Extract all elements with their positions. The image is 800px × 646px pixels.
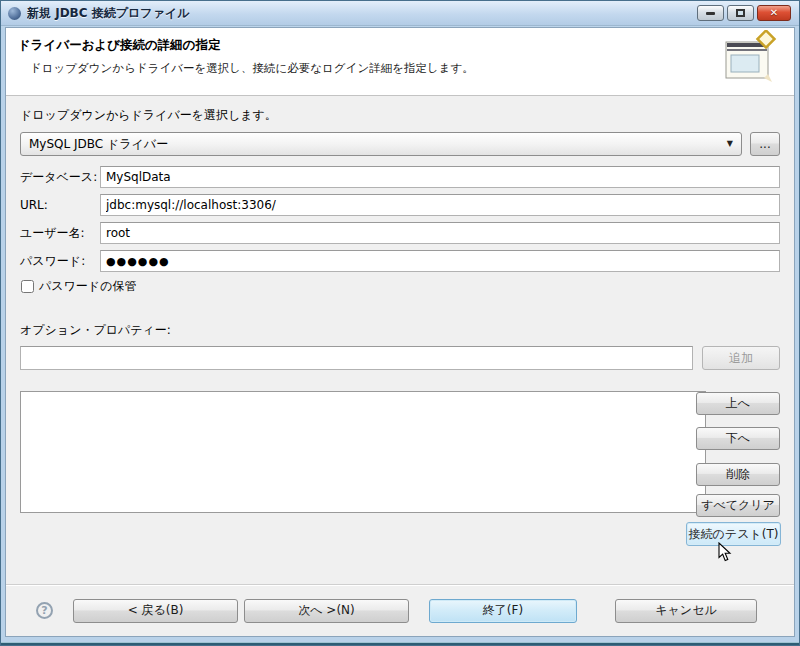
delete-button[interactable]: 削除 <box>696 463 780 486</box>
dialog-client-area: ドライバーおよび接続の詳細の指定 ドロップダウンからドライバーを選択し、接続に必… <box>5 27 795 637</box>
properties-list-section: 上へ 下へ 削除 すべてクリア 接続のテスト(T) <box>20 391 780 551</box>
maximize-icon <box>736 9 745 17</box>
chevron-down-icon: ▼ <box>727 139 733 148</box>
cancel-button[interactable]: キャンセル <box>615 599 757 623</box>
wizard-page-title: ドライバーおよび接続の詳細の指定 <box>18 37 780 54</box>
password-row: パスワード: <box>20 250 780 272</box>
save-password-label: パスワードの保管 <box>39 278 136 295</box>
minimize-button[interactable] <box>697 5 724 21</box>
save-password-checkbox[interactable] <box>21 280 34 293</box>
url-row: URL: <box>20 194 780 216</box>
wizard-content: ドロップダウンからドライバーを選択します。 MySQL JDBC ドライバー ▼… <box>6 96 794 584</box>
window-title: 新規 JDBC 接続プロファイル <box>27 5 697 22</box>
password-input[interactable] <box>100 250 780 272</box>
add-property-button[interactable]: 追加 <box>702 346 780 370</box>
dialog-window: 新規 JDBC 接続プロファイル ✕ ドライバーおよび接続の詳細の指定 ドロップ… <box>0 0 800 646</box>
move-down-button[interactable]: 下へ <box>696 427 780 450</box>
optional-properties-label: オプション・プロパティー: <box>20 322 780 339</box>
help-icon: ? <box>41 604 47 617</box>
footer-buttons: < 戻る(B) 次へ >(N) 終了(F) キャンセル <box>73 599 757 623</box>
new-connection-wizard-icon <box>718 30 780 88</box>
clear-all-button[interactable]: すべてクリア <box>696 494 780 517</box>
browse-driver-button[interactable]: ... <box>750 132 780 156</box>
driver-row: MySQL JDBC ドライバー ▼ ... <box>20 132 780 156</box>
database-label: データベース: <box>20 169 100 186</box>
wizard-button-bar: ? < 戻る(B) 次へ >(N) 終了(F) キャンセル <box>6 584 794 636</box>
window-controls: ✕ <box>697 5 791 21</box>
close-button[interactable]: ✕ <box>757 5 791 21</box>
titlebar[interactable]: 新規 JDBC 接続プロファイル ✕ <box>1 1 799 26</box>
username-input[interactable] <box>100 222 780 244</box>
username-row: ユーザー名: <box>20 222 780 244</box>
minimize-icon <box>706 12 715 15</box>
username-label: ユーザー名: <box>20 225 100 242</box>
app-icon <box>8 7 21 20</box>
url-input[interactable] <box>100 194 780 216</box>
maximize-button[interactable] <box>727 5 754 21</box>
test-connection-button[interactable]: 接続のテスト(T) <box>686 522 781 546</box>
close-icon: ✕ <box>770 8 778 18</box>
properties-list[interactable] <box>20 391 706 513</box>
database-input[interactable] <box>100 166 780 188</box>
url-label: URL: <box>20 198 100 212</box>
save-password-row: パスワードの保管 <box>21 278 780 295</box>
database-row: データベース: <box>20 166 780 188</box>
optional-property-input[interactable] <box>20 346 693 370</box>
password-label: パスワード: <box>20 253 100 270</box>
driver-combo[interactable]: MySQL JDBC ドライバー ▼ <box>20 132 742 156</box>
help-button[interactable]: ? <box>36 602 53 619</box>
move-up-button[interactable]: 上へ <box>696 392 780 415</box>
optional-properties-row: 追加 <box>20 346 780 370</box>
back-button[interactable]: < 戻る(B) <box>73 599 238 623</box>
next-button[interactable]: 次へ >(N) <box>244 599 409 623</box>
wizard-header: ドライバーおよび接続の詳細の指定 ドロップダウンからドライバーを選択し、接続に必… <box>6 28 794 96</box>
driver-select-label: ドロップダウンからドライバーを選択します。 <box>20 107 780 124</box>
wizard-page-subtitle: ドロップダウンからドライバーを選択し、接続に必要なログイン詳細を指定します。 <box>30 61 780 76</box>
finish-button[interactable]: 終了(F) <box>429 599 577 623</box>
driver-combo-value: MySQL JDBC ドライバー <box>29 136 168 153</box>
